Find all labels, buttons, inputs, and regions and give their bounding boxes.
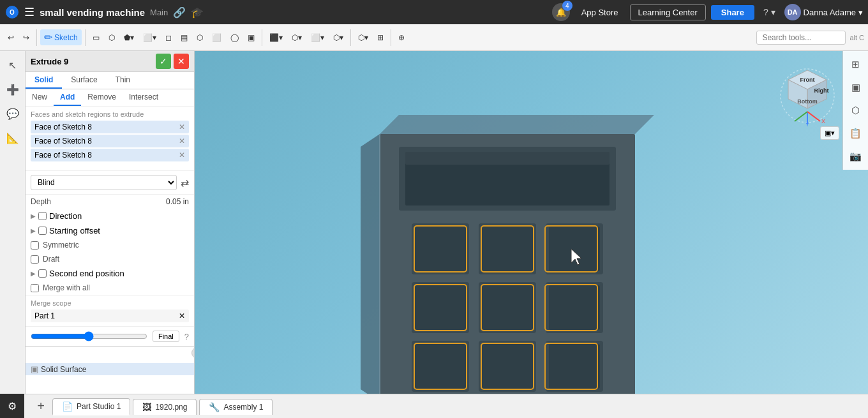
user-chevron: ▾ <box>858 8 863 17</box>
sketch-button[interactable]: ✏ Sketch <box>40 29 82 45</box>
face-item-1[interactable]: Face of Sketch 8 ✕ <box>31 121 189 133</box>
mode-remove[interactable]: Remove <box>81 89 123 106</box>
tb-tool-3[interactable]: ⬟▾ <box>120 31 138 44</box>
merge-all-checkbox[interactable] <box>31 284 39 292</box>
learning-center-button[interactable]: Learning Center <box>630 4 706 20</box>
search-input[interactable] <box>756 31 846 45</box>
appstore-button[interactable]: App Store <box>575 5 625 20</box>
svg-rect-21 <box>482 285 533 330</box>
svg-text:Right: Right <box>814 87 829 94</box>
tab-solid[interactable]: Solid <box>26 72 62 89</box>
graduate-icon[interactable]: 🎓 <box>191 6 204 19</box>
tb-tool-5[interactable]: ◻ <box>161 31 176 44</box>
hamburger-menu[interactable]: ☰ <box>24 5 34 19</box>
extrude-dialog: Extrude 9 ✓ ✕ Solid Surface Thin New Add… <box>26 51 194 347</box>
ft-item-solid-surface[interactable]: ▣ Solid Surface <box>26 363 194 375</box>
lp-comment-button[interactable]: 💬 <box>3 103 23 124</box>
face-item-1-remove[interactable]: ✕ <box>179 123 185 131</box>
second-end-checkbox[interactable] <box>38 269 47 278</box>
mode-new[interactable]: New <box>26 89 54 106</box>
confirm-button[interactable]: ✓ <box>156 54 171 69</box>
lp-cursor-button[interactable]: ↖ <box>3 55 23 75</box>
lp-add-button[interactable]: ➕ <box>3 79 23 100</box>
face-item-2-remove[interactable]: ✕ <box>179 137 185 146</box>
user-menu[interactable]: DA Danna Adame ▾ <box>784 4 863 20</box>
help-button[interactable]: ? ▾ <box>760 4 779 20</box>
sketch-icon: ✏ <box>44 31 52 43</box>
rmt-button-2[interactable]: ▣ <box>845 77 867 98</box>
mode-add[interactable]: Add <box>54 89 81 106</box>
face-item-3[interactable]: Face of Sketch 8 ✕ <box>31 149 189 161</box>
notifications-button[interactable]: 🔔 4 <box>552 3 570 21</box>
tab-image[interactable]: 🖼 1920.png <box>133 399 197 415</box>
link-icon[interactable]: 🔗 <box>173 6 186 19</box>
tb-tool-12[interactable]: ⬡▾ <box>288 31 306 44</box>
tab-part-studio[interactable]: 📄 Part Studio 1 <box>52 398 130 415</box>
starting-offset-expand[interactable]: ▶ <box>31 227 36 234</box>
tb-tool-9[interactable]: ◯ <box>227 31 243 44</box>
rmt-button-5[interactable]: 📷 <box>845 146 867 167</box>
flip-direction-button[interactable]: ⇄ <box>181 177 189 189</box>
symmetric-checkbox[interactable] <box>31 241 39 250</box>
right-mini-toolbar: ⊞ ▣ ⬡ 📋 📷 <box>842 51 868 170</box>
tb-tool-8[interactable]: ⬜ <box>208 31 225 44</box>
starting-offset-checkbox[interactable] <box>38 227 47 235</box>
view-options-button[interactable]: ▣▾ <box>820 126 839 140</box>
direction-expand[interactable]: ▶ <box>31 213 36 220</box>
draft-checkbox[interactable] <box>31 255 39 264</box>
tb-tool-13[interactable]: ⬜▾ <box>307 31 328 44</box>
lp-measure-button[interactable]: 📐 <box>3 128 23 148</box>
mode-intersect[interactable]: Intersect <box>123 89 165 106</box>
tb-tool-15[interactable]: ⬡▾ <box>354 31 372 44</box>
rmt-button-4[interactable]: 📋 <box>845 123 867 144</box>
face-item-3-remove[interactable]: ✕ <box>179 151 185 160</box>
tb-tool-11[interactable]: ⬛▾ <box>266 31 287 44</box>
view-cube[interactable]: Front Right Bottom Y X <box>775 57 839 128</box>
tb-tool-14[interactable]: ⬡▾ <box>329 31 347 44</box>
snap-button[interactable]: ⊕ <box>394 31 408 44</box>
direction-row: ▶ Direction <box>26 209 194 223</box>
tb-tool-1[interactable]: ▭ <box>89 31 103 44</box>
share-button[interactable]: Share <box>711 5 754 20</box>
final-button[interactable]: Final <box>153 331 179 342</box>
face-item-1-label: Face of Sketch 8 <box>34 123 92 131</box>
cancel-button[interactable]: ✕ <box>174 54 189 69</box>
svg-rect-30 <box>482 344 533 389</box>
tab-assembly[interactable]: 🔧 Assembly 1 <box>199 399 273 415</box>
redo-button[interactable]: ↪ <box>19 31 33 44</box>
rmt-button-3[interactable]: ⬡ <box>845 100 867 121</box>
help-icon[interactable]: ? <box>184 332 189 341</box>
second-end-expand[interactable]: ▶ <box>31 270 36 277</box>
scope-part-remove[interactable]: ✕ <box>179 311 185 320</box>
tb-tool-4[interactable]: ⬜▾ <box>139 31 160 44</box>
scope-part: Part 1 ✕ <box>31 310 189 322</box>
extrude-header: Extrude 9 ✓ ✕ <box>26 51 194 72</box>
tab-thin[interactable]: Thin <box>107 72 139 89</box>
tb-tool-2[interactable]: ⬡ <box>105 31 119 44</box>
image-label: 1920.png <box>155 403 187 412</box>
corner-button[interactable]: ⚙ <box>0 394 24 418</box>
collapse-panel-button[interactable]: ≡ <box>191 347 195 359</box>
depth-row: Depth 0.05 in <box>26 194 194 209</box>
assembly-icon: 🔧 <box>209 402 220 412</box>
extrude-action-buttons: ✓ ✕ <box>156 54 189 69</box>
3d-viewport-svg <box>290 64 737 394</box>
tb-tool-6[interactable]: ▤ <box>177 31 191 44</box>
end-type-select[interactable]: Blind Through All Up to Face Up to Part <box>31 175 177 190</box>
viewport[interactable]: Front Right Bottom Y X ▣▾ <box>195 51 868 394</box>
undo-button[interactable]: ↩ <box>4 31 18 44</box>
tb-tool-7[interactable]: ⬡ <box>193 31 207 44</box>
svg-rect-9 <box>415 227 466 271</box>
face-item-2[interactable]: Face of Sketch 8 ✕ <box>31 135 189 147</box>
svg-line-55 <box>807 112 820 121</box>
preview-slider[interactable] <box>31 331 147 341</box>
svg-marker-2 <box>380 115 654 134</box>
rmt-button-1[interactable]: ⊞ <box>845 54 867 75</box>
tb-tool-10[interactable]: ▣ <box>244 31 258 44</box>
add-tab-button[interactable]: + <box>32 398 50 415</box>
direction-checkbox[interactable] <box>38 212 47 220</box>
tab-surface[interactable]: Surface <box>62 72 106 89</box>
tb-tool-16[interactable]: ⊞ <box>373 31 387 44</box>
merge-all-row: Merge with all <box>26 281 194 295</box>
merge-scope-section: Merge scope Part 1 ✕ <box>26 295 194 326</box>
